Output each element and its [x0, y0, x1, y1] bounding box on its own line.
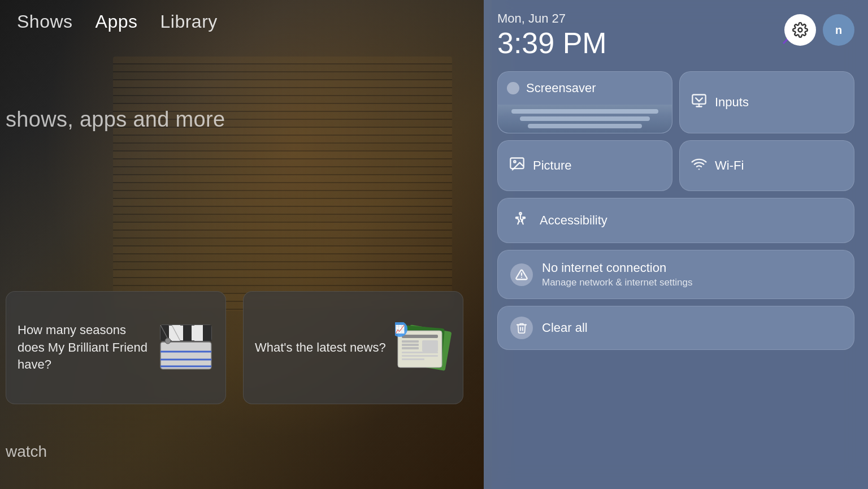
qs-date: Mon, Jun 27: [497, 11, 607, 26]
tv-card-movie-text: How many seasons does My Brilliant Frien…: [18, 322, 149, 374]
qs-datetime: Mon, Jun 27 3:39 PM: [497, 11, 607, 58]
picture-tile[interactable]: Picture: [497, 140, 672, 191]
accessibility-tile[interactable]: Accessibility: [497, 198, 854, 243]
screensaver-label: Screensaver: [526, 81, 596, 96]
tv-navigation: Shows Apps Library: [0, 0, 492, 44]
qs-header: Mon, Jun 27 3:39 PM n: [497, 11, 854, 58]
inputs-label: Inputs: [715, 95, 749, 110]
clapper-icon: [158, 322, 214, 373]
svg-point-28: [798, 28, 802, 32]
tv-card-news[interactable]: What's the latest news? 📈: [243, 291, 463, 404]
accessibility-icon: [510, 211, 531, 231]
svg-rect-30: [510, 158, 523, 168]
inputs-tile[interactable]: Inputs: [679, 71, 854, 133]
screensaver-dot: [507, 82, 519, 94]
svg-rect-5: [203, 325, 211, 341]
svg-rect-18: [402, 344, 419, 346]
wave-1: [511, 109, 658, 114]
nav-library[interactable]: Library: [160, 11, 217, 32]
warning-subtitle: Manage network & internet settings: [542, 277, 692, 288]
nav-apps[interactable]: Apps: [96, 11, 138, 32]
tv-background: Shows Apps Library shows, apps and more …: [0, 0, 492, 489]
quick-settings-panel: Mon, Jun 27 3:39 PM n: [484, 0, 868, 489]
tv-card-movie[interactable]: How many seasons does My Brilliant Frien…: [6, 291, 226, 404]
news-icon: 📈: [395, 322, 452, 373]
nav-shows[interactable]: Shows: [17, 11, 73, 32]
gear-icon: [792, 22, 808, 38]
window-blinds: [113, 57, 452, 311]
svg-rect-17: [402, 340, 419, 343]
tv-continue-label: watch: [6, 443, 47, 461]
svg-rect-22: [402, 355, 438, 357]
inputs-icon: [691, 93, 707, 112]
settings-button[interactable]: [784, 14, 816, 46]
user-avatar-button[interactable]: n: [823, 14, 854, 46]
wave-3: [528, 124, 642, 128]
warning-title: No internet connection: [542, 261, 692, 275]
qs-time: 3:39 PM: [497, 28, 607, 58]
warning-text: No internet connection Manage network & …: [542, 261, 692, 288]
svg-rect-4: [194, 325, 203, 341]
screensaver-tile[interactable]: Screensaver: [497, 71, 672, 133]
wifi-label: Wi-Fi: [715, 158, 744, 173]
svg-point-12: [165, 338, 171, 344]
svg-rect-23: [402, 358, 424, 360]
warning-icon: [510, 263, 533, 286]
wave-2: [520, 116, 650, 121]
screensaver-waves: [504, 109, 666, 128]
wifi-icon: [691, 156, 707, 176]
picture-label: Picture: [533, 158, 571, 173]
svg-point-31: [514, 161, 516, 163]
svg-rect-3: [183, 325, 192, 341]
svg-rect-19: [402, 347, 419, 349]
tv-cards-container: How many seasons does My Brilliant Frien…: [6, 291, 463, 404]
qs-grid-middle: Picture Wi-Fi: [497, 140, 854, 191]
svg-rect-20: [422, 340, 438, 352]
wifi-tile[interactable]: Wi-Fi: [679, 140, 854, 191]
svg-rect-8: [160, 342, 211, 369]
svg-rect-16: [402, 335, 438, 338]
svg-rect-21: [402, 352, 438, 353]
network-warning-tile[interactable]: No internet connection Manage network & …: [497, 250, 854, 299]
tv-tagline: shows, apps and more: [6, 107, 225, 132]
accessibility-label: Accessibility: [540, 213, 607, 228]
screensaver-preview: [498, 105, 672, 133]
picture-icon: [509, 156, 525, 176]
clear-all-label: Clear all: [542, 321, 588, 335]
qs-header-icons: n: [784, 11, 854, 46]
svg-text:📈: 📈: [395, 324, 405, 334]
clear-all-tile[interactable]: Clear all: [497, 306, 854, 350]
tv-card-news-text: What's the latest news?: [255, 339, 387, 357]
trash-icon: [510, 317, 533, 339]
qs-grid-top: Screensaver Inputs: [497, 71, 854, 133]
svg-rect-29: [692, 94, 705, 103]
